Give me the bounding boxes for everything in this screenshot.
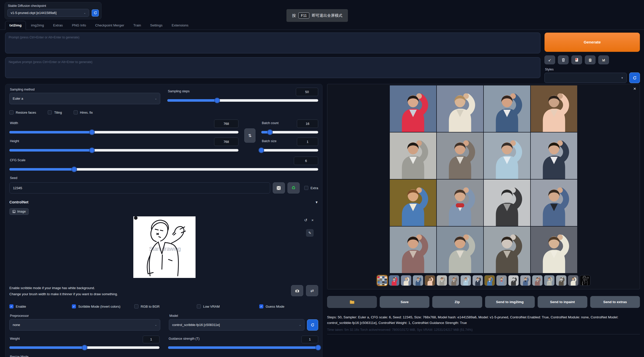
preprocessor-select[interactable]: none ⌄: [9, 319, 160, 331]
thumbnail-image[interactable]: [460, 275, 471, 286]
negative-prompt-input[interactable]: [5, 57, 540, 78]
scribble-drawing-canvas[interactable]: Start drawing: [133, 216, 196, 278]
gallery-image[interactable]: [484, 132, 530, 179]
slider-thumb[interactable]: [82, 345, 87, 350]
random-seed-button[interactable]: [273, 182, 285, 194]
tab-img2img[interactable]: img2img: [27, 21, 48, 29]
thumbnail-image[interactable]: [425, 275, 435, 286]
seed-input[interactable]: [9, 182, 270, 194]
width-input[interactable]: 768: [214, 120, 238, 128]
reuse-seed-button[interactable]: ♻: [287, 182, 300, 194]
mirror-webcam-button[interactable]: ⇄: [306, 285, 318, 296]
sampling-steps-slider[interactable]: [167, 99, 318, 102]
tab-settings[interactable]: Settings: [146, 21, 167, 29]
gallery-image[interactable]: [484, 227, 530, 273]
checkbox-low-vram[interactable]: Low VRAM: [197, 304, 259, 308]
gallery-image[interactable]: [437, 132, 483, 179]
swap-dimensions-button[interactable]: ⇅: [244, 128, 255, 143]
batch-size-slider[interactable]: [261, 149, 318, 152]
sampling-method-select[interactable]: Euler a ⌄: [9, 93, 160, 104]
styles-select[interactable]: ▼: [544, 73, 627, 83]
batch-count-slider[interactable]: [261, 131, 318, 133]
thumbnail-image[interactable]: [496, 275, 507, 286]
gallery-image[interactable]: [390, 85, 436, 132]
refresh-styles-button[interactable]: [629, 72, 640, 83]
checkpoint-select[interactable]: v1-5-pruned.ckpt [e1441589a6] ⌄: [7, 9, 89, 17]
close-gallery-icon[interactable]: ×: [633, 86, 636, 91]
gallery-image[interactable]: [437, 180, 483, 226]
apply-style-button[interactable]: [585, 55, 595, 64]
checkbox-restore-faces[interactable]: Restore faces: [9, 110, 36, 114]
gallery-image[interactable]: [437, 85, 483, 132]
tab-train[interactable]: Train: [129, 21, 145, 29]
thumbnail-image[interactable]: [401, 275, 411, 286]
slider-thumb[interactable]: [316, 345, 321, 350]
refresh-checkpoint-button[interactable]: [92, 9, 99, 17]
guidance-strength-slider[interactable]: [168, 346, 318, 349]
gallery-image[interactable]: [531, 85, 577, 132]
thumbnail-image[interactable]: [532, 275, 543, 286]
thumbnail-image[interactable]: [508, 275, 519, 286]
send-to-extras-button[interactable]: Send to extras: [590, 296, 640, 308]
slider-thumb[interactable]: [215, 98, 220, 103]
save-style-button[interactable]: [598, 55, 609, 64]
thumbnail-image[interactable]: [520, 275, 531, 286]
prompt-input[interactable]: [5, 33, 540, 53]
height-input[interactable]: 768: [214, 138, 238, 146]
guidance-strength-input[interactable]: 1: [301, 336, 318, 343]
gallery-image[interactable]: [531, 132, 577, 179]
undo-icon[interactable]: ↺: [304, 218, 308, 222]
slider-thumb[interactable]: [89, 130, 94, 135]
refresh-models-button[interactable]: [307, 319, 318, 331]
checkbox-hires-fix[interactable]: Hires. fix: [74, 110, 93, 114]
thumbnail-grid-montage[interactable]: [377, 275, 388, 286]
brush-button[interactable]: ✎: [306, 229, 314, 237]
slider-thumb[interactable]: [267, 130, 272, 135]
gallery-image[interactable]: [484, 180, 530, 226]
gallery-image[interactable]: [390, 180, 436, 226]
send-to-inpaint-button[interactable]: Send to inpaint: [538, 296, 587, 308]
save-button[interactable]: Save: [380, 296, 429, 308]
cfg-scale-input[interactable]: 6: [294, 157, 318, 165]
slider-thumb[interactable]: [72, 167, 77, 172]
weight-slider[interactable]: [9, 346, 159, 349]
thumbnail-image[interactable]: [484, 275, 495, 286]
checkbox-tiling[interactable]: Tiling: [48, 110, 62, 114]
thumbnail-image[interactable]: [389, 275, 399, 286]
slider-thumb[interactable]: [89, 148, 94, 153]
gallery-image[interactable]: [390, 227, 436, 273]
batch-count-input[interactable]: 16: [297, 120, 318, 128]
zip-button[interactable]: Zip: [432, 296, 482, 308]
webcam-button[interactable]: [291, 285, 303, 296]
tab-extensions[interactable]: Extensions: [168, 21, 192, 29]
height-slider[interactable]: [9, 149, 238, 152]
generate-button[interactable]: Generate: [544, 33, 640, 52]
clear-image-icon[interactable]: ×: [311, 218, 314, 222]
gallery-image[interactable]: [390, 132, 436, 179]
paste-params-button[interactable]: ↙: [544, 55, 555, 64]
checkbox-guess-mode[interactable]: Guess Mode: [259, 304, 284, 308]
weight-input[interactable]: 1: [143, 336, 159, 343]
checkbox-rgb-to-bgr[interactable]: RGB to BGR: [134, 304, 197, 308]
tab-txt2img[interactable]: txt2img: [5, 21, 26, 30]
thumbnail-image[interactable]: [568, 275, 578, 286]
cfg-scale-slider[interactable]: [9, 168, 318, 171]
tab-checkpoint-merger[interactable]: Checkpoint Merger: [91, 21, 128, 29]
seed-extra-checkbox[interactable]: Extra: [304, 186, 318, 190]
open-folder-button[interactable]: [327, 296, 377, 308]
checkbox-enable[interactable]: Enable: [9, 304, 72, 308]
checkbox-scribble-mode-invert-colors-[interactable]: Scribble Mode (Invert colors): [72, 304, 134, 308]
controlnet-model-select[interactable]: control_scribble-fp16 [c508311e] ⌄: [169, 319, 304, 331]
thumbnail-scribble[interactable]: [580, 275, 590, 286]
batch-size-input[interactable]: 1: [297, 138, 318, 146]
gallery-image[interactable]: [531, 180, 577, 226]
gallery-image[interactable]: [531, 227, 577, 273]
gallery-image[interactable]: [484, 85, 530, 132]
extra-networks-button[interactable]: [571, 55, 582, 64]
clear-prompt-button[interactable]: [558, 55, 569, 64]
gallery-image[interactable]: [437, 227, 483, 273]
thumbnail-image[interactable]: [556, 275, 567, 286]
controlnet-image-tab[interactable]: Image: [9, 208, 29, 215]
tab-png-info[interactable]: PNG Info: [68, 21, 90, 29]
controlnet-accordion-header[interactable]: ControlNet ▼: [9, 200, 318, 204]
